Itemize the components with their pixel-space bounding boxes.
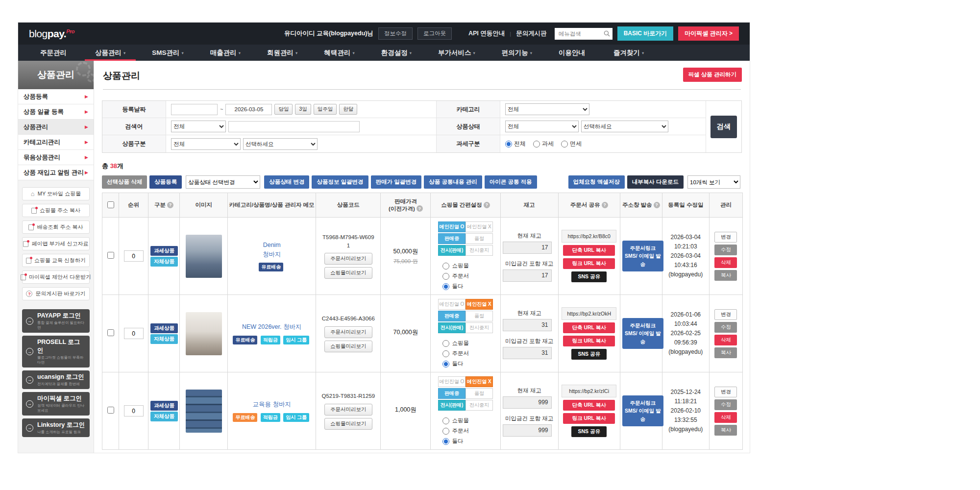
order-preview-button[interactable]: 주문서미리보기: [324, 404, 372, 416]
sns-share-button[interactable]: SNS 공유: [571, 426, 607, 437]
quick-date-month-button[interactable]: 한달: [339, 104, 357, 115]
nav-order-management[interactable]: 주문관리: [27, 45, 82, 61]
channel-order-radio[interactable]: 주문서: [442, 348, 498, 359]
product-image[interactable]: [186, 312, 222, 355]
tax-taxable-radio[interactable]: 과세: [533, 140, 554, 148]
pending-stock-value[interactable]: 999: [503, 424, 552, 437]
sidebar-item-bundle-management[interactable]: 묶음상품관리▶: [18, 150, 94, 165]
current-stock-value[interactable]: 999: [503, 396, 552, 409]
display-stop-badge[interactable]: 전시중지: [466, 322, 493, 333]
bulk-edit-info-button[interactable]: 상품정보 일괄변경: [312, 175, 368, 189]
channel-both-radio[interactable]: 둘다: [442, 436, 498, 446]
display-stop-badge[interactable]: 전시중지: [466, 245, 493, 256]
short-url[interactable]: https://bp2.kr/B8c0: [562, 230, 616, 243]
copy-link-url-button[interactable]: 링크 URL 복사: [563, 413, 615, 424]
main-display-on-badge[interactable]: 메인진열 O: [438, 299, 466, 310]
product-name-link[interactable]: 청바지: [230, 250, 314, 259]
order-preview-button[interactable]: 주문서미리보기: [324, 253, 372, 265]
send-order-link-button[interactable]: 주문서링크SMS/ 이메일 발송: [622, 395, 663, 426]
channel-shop-radio[interactable]: 쇼핑몰: [442, 416, 498, 426]
keyword-input[interactable]: [228, 121, 360, 132]
pixel-product-manage-button[interactable]: 픽셀 상품 관리하기: [683, 68, 742, 82]
quick-date-today-button[interactable]: 당일: [274, 104, 293, 115]
channel-order-radio[interactable]: 주문서: [442, 426, 498, 436]
prosell-login-button[interactable]: →PROSELL 로그인블로그마켓 쇼핑몰이 부족하다면: [22, 336, 90, 368]
link-mypixel-proposal[interactable]: 마이픽셀 제안서 다운받기: [22, 270, 90, 284]
product-name-link[interactable]: 교육용 청바지: [230, 400, 314, 409]
product-image[interactable]: [186, 235, 222, 278]
copy-button[interactable]: 복사: [714, 347, 737, 358]
select-all-checkbox[interactable]: [107, 201, 114, 208]
sidebar-item-product-management[interactable]: 상품관리▶: [18, 120, 94, 135]
copy-button[interactable]: 복사: [714, 270, 737, 281]
link-my-mobile-shop[interactable]: ⌂MY 모바일 쇼핑몰: [22, 187, 90, 200]
tax-all-radio[interactable]: 전체: [505, 140, 526, 148]
keyword-type-select[interactable]: 전체: [171, 121, 226, 132]
sidebar-item-category-management[interactable]: 카테고리관리▶: [18, 135, 94, 150]
excel-export-button[interactable]: 업체요청 엑셀저장: [568, 175, 625, 189]
status-change-select[interactable]: 상품상태 선택변경: [186, 175, 260, 189]
sidebar-item-product-register[interactable]: 상품등록▶: [18, 89, 94, 104]
edit-button[interactable]: 수정: [714, 245, 737, 255]
mypixel-admin-button[interactable]: 마이픽셀 관리자 >: [678, 26, 739, 41]
copy-short-url-button[interactable]: 단축 URL 복사: [563, 322, 615, 333]
rank-input[interactable]: [124, 250, 144, 262]
payapp-login-button[interactable]: →PAYAPP 로그인통합 결제 솔루션이 필요하다면: [22, 309, 90, 333]
ucansign-login-button[interactable]: →ucansign 로그인전자계약과 결제를 한번에: [22, 370, 90, 389]
per-page-select[interactable]: 10개씩 보기: [687, 175, 740, 189]
edit-info-button[interactable]: 정보수정: [378, 27, 413, 40]
help-icon[interactable]: ?: [654, 202, 660, 208]
main-display-on-badge[interactable]: 메인진열 O: [438, 376, 466, 387]
nav-benefit-management[interactable]: 혜택관리▾: [311, 45, 368, 61]
display-sell-badge[interactable]: 전시(판매): [438, 245, 466, 256]
sidebar-item-bulk-register[interactable]: 상품 일괄 등록▶: [18, 104, 94, 120]
nav-sms-management[interactable]: SMS관리▾: [139, 45, 197, 61]
mypixel-login-button[interactable]: →마이픽셀 로그인정책 빅데이터 클라우드 만나보세요: [22, 392, 90, 416]
nav-usage-guide[interactable]: 이용안내: [545, 45, 600, 61]
channel-shop-radio[interactable]: 쇼핑몰: [442, 261, 498, 271]
short-url[interactable]: https://bp2.kr/zICi: [562, 385, 616, 397]
sidebar-item-restock-alert[interactable]: 상품 재입고 알림 관리▶: [18, 165, 94, 180]
help-icon[interactable]: ?: [484, 202, 490, 208]
selling-badge[interactable]: 판매중: [438, 233, 466, 244]
apply-common-icon-button[interactable]: 아이콘 공통 적용: [485, 175, 537, 189]
linkstory-login-button[interactable]: →Linkstory 로그인나를 소개하는 프로필 링크: [22, 418, 90, 437]
nav-convenience[interactable]: 편의기능▾: [489, 45, 545, 61]
row-checkbox[interactable]: [107, 329, 114, 336]
display-sell-badge[interactable]: 전시(판매): [438, 322, 466, 333]
qna-board-link[interactable]: 문의게시판: [516, 29, 547, 38]
delete-selected-button[interactable]: 선택상품 삭제: [102, 175, 147, 189]
product-type-detail-select[interactable]: 선택하세요: [243, 138, 318, 150]
edit-button[interactable]: 수정: [714, 399, 737, 410]
row-checkbox[interactable]: [107, 407, 114, 414]
pending-stock-value[interactable]: 31: [503, 347, 552, 359]
nav-settings[interactable]: 환경설정▾: [368, 45, 425, 61]
link-copy-shop-url[interactable]: 쇼핑몰 주소 복사: [22, 204, 90, 217]
rank-input[interactable]: [124, 405, 144, 416]
product-name-link[interactable]: NEW 2026ver. 청바지: [230, 322, 314, 332]
copy-short-url-button[interactable]: 단축 URL 복사: [563, 400, 615, 411]
link-shop-training[interactable]: 쇼핑몰 교육 신청하기: [22, 254, 90, 267]
sns-share-button[interactable]: SNS 공유: [571, 349, 607, 360]
product-category-link[interactable]: Denim: [230, 241, 314, 250]
link-copy-tracking-url[interactable]: 배송조회 주소 복사: [22, 220, 90, 234]
channel-both-radio[interactable]: 둘다: [442, 281, 498, 292]
help-icon[interactable]: ?: [167, 202, 173, 208]
delete-button[interactable]: 삭제: [714, 257, 737, 268]
shop-preview-button[interactable]: 쇼핑몰미리보기: [324, 418, 372, 430]
api-guide-link[interactable]: API 연동안내: [468, 29, 505, 38]
basic-shortcut-button[interactable]: BASIC 바로가기: [617, 26, 674, 41]
soldout-badge[interactable]: 품절: [466, 311, 493, 321]
current-stock-value[interactable]: 31: [503, 319, 552, 331]
change-button[interactable]: 변경: [714, 309, 737, 320]
logout-button[interactable]: 로그아웃: [417, 27, 452, 40]
shop-preview-button[interactable]: 쇼핑몰미리보기: [324, 341, 372, 352]
quick-date-week-button[interactable]: 일주일: [314, 104, 337, 115]
category-select[interactable]: 전체: [505, 103, 589, 115]
search-icon[interactable]: [604, 30, 610, 37]
soldout-badge[interactable]: 품절: [466, 233, 493, 244]
delete-button[interactable]: 삭제: [714, 412, 737, 423]
send-order-link-button[interactable]: 주문서링크SMS/ 이메일 발송: [622, 241, 663, 271]
register-product-button[interactable]: 상품등록: [149, 175, 182, 189]
date-to-input[interactable]: [225, 104, 272, 115]
